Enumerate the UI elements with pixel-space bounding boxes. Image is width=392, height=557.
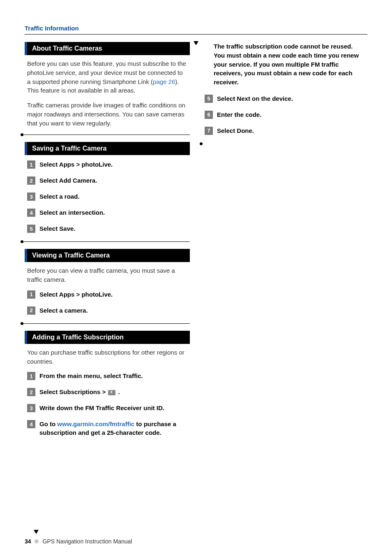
section-title: About Traffic Cameras bbox=[32, 45, 102, 52]
step-number: 4 bbox=[27, 420, 35, 428]
about-paragraph-2: Traffic cameras provide live images of t… bbox=[27, 101, 187, 128]
section-divider bbox=[21, 240, 190, 243]
step-item: 1 Select Apps > photoLive. bbox=[25, 290, 190, 299]
step-number: 2 bbox=[27, 306, 35, 315]
step-text: Select Next on the device. bbox=[217, 94, 293, 103]
divider-dot bbox=[21, 240, 23, 243]
step-number: 1 bbox=[27, 372, 35, 380]
section-title: Adding a Traffic Subscription bbox=[32, 334, 124, 341]
step-text: Enter the code. bbox=[217, 110, 261, 119]
section-viewing-traffic-camera: Viewing a Traffic Camera bbox=[25, 249, 190, 262]
footer-bullet-icon bbox=[35, 539, 39, 543]
step-number: 5 bbox=[205, 95, 213, 103]
step-item: 6 Enter the code. bbox=[202, 110, 367, 119]
text: Select Subscriptions > bbox=[39, 388, 107, 395]
column-continue-arrow-top bbox=[194, 41, 198, 45]
subscription-intro: You can purchase traffic subscriptions f… bbox=[27, 348, 187, 366]
step-number: 7 bbox=[205, 127, 213, 135]
step-item: 4 Select an intersection. bbox=[25, 208, 190, 217]
step-text: Select a road. bbox=[39, 192, 80, 201]
page-header: Traffic Information bbox=[25, 25, 367, 35]
section-about-traffic-cameras: About Traffic Cameras bbox=[25, 42, 190, 55]
section-title: Saving a Traffic Camera bbox=[32, 145, 106, 152]
step-item: 1 From the main menu, select Traffic. bbox=[25, 371, 190, 380]
footer-title: GPS Navigation Instruction Manual bbox=[43, 538, 132, 545]
step-item: 2 Select Subscriptions > . bbox=[25, 388, 190, 396]
text: Go to bbox=[39, 420, 57, 427]
column-end-marker bbox=[200, 142, 367, 145]
step-text: Write down the FM Traffic Receiver unit … bbox=[39, 404, 164, 412]
step-item: 7 Select Done. bbox=[202, 126, 367, 135]
step-number: 6 bbox=[205, 111, 213, 119]
step-number: 3 bbox=[27, 193, 35, 201]
viewing-intro: Before you can view a traffic camera, yo… bbox=[27, 266, 187, 284]
section-divider bbox=[21, 322, 190, 325]
step-item: 3 Write down the FM Traffic Receiver uni… bbox=[25, 404, 190, 412]
page-link[interactable]: page 26 bbox=[153, 78, 175, 85]
divider-line bbox=[23, 135, 190, 135]
step-item: 1 Select Apps > photoLive. bbox=[25, 160, 190, 169]
section-accent-bar bbox=[25, 142, 27, 155]
about-paragraph-1: Before you can use this feature, you mus… bbox=[27, 59, 187, 95]
step-number: 2 bbox=[27, 388, 35, 396]
step-text: Select Save. bbox=[39, 224, 76, 233]
divider-dot bbox=[21, 133, 23, 136]
step-text: Go to www.garmin.com/fmtraffic to purcha… bbox=[39, 420, 190, 437]
column-continue-arrow-bottom bbox=[34, 530, 39, 534]
end-dot bbox=[200, 142, 203, 145]
step-number: 3 bbox=[27, 404, 35, 412]
fmtraffic-link[interactable]: www.garmin.com/fmtraffic bbox=[57, 420, 134, 427]
text: Traffic cameras provide live images of t… bbox=[27, 102, 185, 127]
text: . bbox=[116, 388, 120, 395]
step-text: Select an intersection. bbox=[39, 208, 105, 217]
step-number: 2 bbox=[27, 176, 35, 185]
step-text: Select a camera. bbox=[39, 306, 88, 315]
right-column: The traffic subscription code cannot be … bbox=[202, 42, 367, 444]
step-text: Select Add Camera. bbox=[39, 176, 97, 185]
step-number: 1 bbox=[27, 290, 35, 299]
step-number: 5 bbox=[27, 225, 35, 233]
step-text: Select Apps > photoLive. bbox=[39, 160, 113, 169]
step-item: 5 Select Save. bbox=[25, 224, 190, 233]
add-icon bbox=[108, 390, 115, 395]
section-accent-bar bbox=[25, 331, 27, 344]
step-text: Select Subscriptions > . bbox=[39, 388, 120, 396]
step-text: Select Apps > photoLive. bbox=[39, 290, 113, 299]
section-accent-bar bbox=[25, 249, 27, 262]
divider-line bbox=[23, 241, 190, 242]
section-saving-traffic-camera: Saving a Traffic Camera bbox=[25, 142, 190, 155]
section-divider bbox=[21, 133, 190, 136]
left-column: About Traffic Cameras Before you can use… bbox=[25, 42, 190, 444]
page-number: 34 bbox=[25, 538, 31, 545]
step-item: 3 Select a road. bbox=[25, 192, 190, 201]
step-text: Select Done. bbox=[217, 126, 254, 135]
divider-line bbox=[23, 323, 190, 324]
section-accent-bar bbox=[25, 42, 27, 55]
step-item: 2 Select a camera. bbox=[25, 306, 190, 315]
divider-dot bbox=[21, 322, 23, 325]
step-item: 4 Go to www.garmin.com/fmtraffic to purc… bbox=[25, 420, 190, 437]
page-footer: 34 GPS Navigation Instruction Manual bbox=[25, 538, 367, 545]
step-number: 1 bbox=[27, 160, 35, 169]
section-title: Viewing a Traffic Camera bbox=[32, 252, 110, 259]
section-adding-traffic-subscription: Adding a Traffic Subscription bbox=[25, 331, 190, 344]
step-item: 2 Select Add Camera. bbox=[25, 176, 190, 185]
subscription-code-note: The traffic subscription code cannot be … bbox=[214, 42, 365, 87]
step-number: 4 bbox=[27, 209, 35, 217]
step-text: From the main menu, select Traffic. bbox=[39, 371, 143, 380]
step-item: 5 Select Next on the device. bbox=[202, 94, 367, 103]
